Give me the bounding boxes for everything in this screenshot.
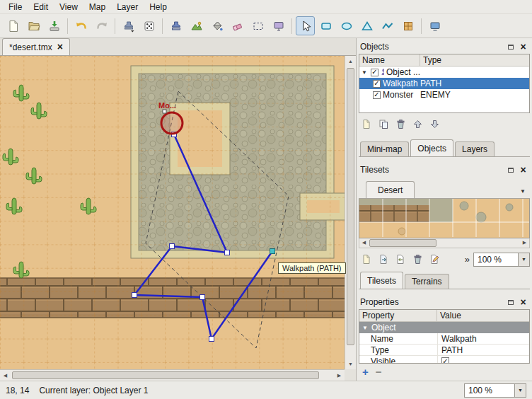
horizontal-scrollbar[interactable] bbox=[0, 369, 345, 381]
tab-minimap[interactable]: Mini-map bbox=[360, 141, 409, 156]
property-row-name[interactable]: Name Walkpath bbox=[359, 333, 529, 345]
eraser-icon bbox=[231, 20, 244, 33]
rect-select-button[interactable] bbox=[248, 16, 267, 35]
tab-objects[interactable]: Objects bbox=[410, 139, 453, 156]
open-button[interactable] bbox=[24, 16, 43, 35]
tilesets-close-button[interactable] bbox=[518, 165, 528, 175]
tileset-dropdown-icon[interactable] bbox=[516, 184, 530, 198]
properties-col-value[interactable]: Value bbox=[437, 310, 529, 321]
tileset-zoom-combo[interactable]: 100 % bbox=[473, 253, 530, 267]
property-row-type[interactable]: Type PATH bbox=[359, 345, 529, 356]
edit-polygons-button[interactable] bbox=[296, 16, 315, 35]
add-property-button[interactable]: + bbox=[362, 366, 369, 377]
tileset-scrollbar[interactable] bbox=[359, 238, 530, 248]
lower-object-button[interactable] bbox=[427, 116, 442, 132]
save-button[interactable] bbox=[45, 16, 64, 35]
zoom-combo[interactable]: 100 % bbox=[464, 383, 526, 398]
horizontal-scroll-thumb[interactable] bbox=[12, 371, 319, 379]
objects-col-name[interactable]: Name bbox=[359, 54, 420, 66]
tileset-scroll-thumb[interactable] bbox=[369, 239, 436, 247]
menu-map[interactable]: Map bbox=[83, 1, 111, 13]
delete-tileset-button[interactable] bbox=[410, 252, 425, 267]
new-tileset-button[interactable] bbox=[359, 252, 374, 267]
tab-terrains[interactable]: Terrains bbox=[405, 274, 449, 289]
vertical-scroll-thumb[interactable] bbox=[347, 68, 354, 345]
import-tileset-button[interactable] bbox=[376, 252, 391, 267]
property-group-object[interactable]: Object bbox=[359, 322, 529, 333]
duplicate-object-button[interactable] bbox=[376, 116, 391, 132]
object-layer-name: Object ... bbox=[386, 67, 420, 77]
combo-dropdown-icon[interactable] bbox=[514, 384, 526, 397]
group-expander-icon[interactable] bbox=[362, 325, 368, 331]
map-view[interactable]: Mo... Walkpath (PATH) bbox=[0, 56, 356, 381]
tileset-view[interactable] bbox=[359, 199, 530, 238]
scroll-left-icon[interactable] bbox=[0, 370, 11, 381]
insert-polygon-button[interactable] bbox=[357, 16, 376, 35]
delete-object-button[interactable] bbox=[393, 116, 408, 132]
scroll-right-icon[interactable] bbox=[520, 238, 529, 247]
objects-dock-title: Objects bbox=[360, 42, 503, 52]
property-value[interactable]: Walkpath bbox=[437, 333, 529, 344]
stamp-menu-button[interactable] bbox=[119, 16, 138, 35]
new-map-button[interactable] bbox=[4, 16, 23, 35]
tab-layers[interactable]: Layers bbox=[455, 141, 495, 156]
export-tileset-button[interactable] bbox=[393, 252, 408, 267]
tilesets-float-button[interactable] bbox=[505, 165, 516, 175]
property-key: Name bbox=[359, 334, 437, 344]
object-handle[interactable] bbox=[163, 110, 166, 113]
insert-tile-button[interactable] bbox=[398, 16, 417, 35]
layer-visible-checkbox[interactable] bbox=[371, 69, 378, 76]
tab-close-icon[interactable] bbox=[57, 42, 63, 52]
menu-file[interactable]: File bbox=[3, 1, 28, 13]
objects-col-type[interactable]: Type bbox=[420, 54, 529, 66]
object-layer-row[interactable]: Object ... bbox=[359, 66, 529, 78]
eraser-button[interactable] bbox=[228, 16, 247, 35]
document-tab[interactable]: *desert.tmx bbox=[2, 38, 70, 55]
menu-help[interactable]: Help bbox=[144, 1, 173, 13]
insert-ellipse-button[interactable] bbox=[337, 16, 356, 35]
tab-tilesets[interactable]: Tilesets bbox=[360, 272, 403, 289]
terrain-brush-button[interactable] bbox=[187, 16, 206, 35]
tileset-image[interactable] bbox=[359, 199, 530, 237]
combo-dropdown-icon[interactable] bbox=[518, 253, 529, 266]
add-object-button[interactable] bbox=[359, 116, 374, 132]
vertical-scrollbar[interactable] bbox=[345, 56, 356, 369]
properties-close-button[interactable] bbox=[518, 297, 528, 308]
object-tooltip: Walkpath (PATH) bbox=[278, 262, 346, 274]
remove-property-button[interactable]: − bbox=[376, 366, 382, 377]
objects-float-button[interactable] bbox=[505, 42, 516, 52]
visible-checkbox[interactable] bbox=[441, 357, 449, 364]
scroll-left-icon[interactable] bbox=[359, 238, 369, 247]
bucket-fill-button[interactable] bbox=[207, 16, 226, 35]
scroll-right-icon[interactable] bbox=[334, 370, 345, 381]
monster-row[interactable]: Monster ENEMY bbox=[359, 89, 529, 100]
property-row-visible[interactable]: Visible bbox=[359, 356, 529, 364]
property-value[interactable]: PATH bbox=[437, 345, 529, 355]
insert-rectangle-button[interactable] bbox=[316, 16, 335, 35]
scroll-up-icon[interactable] bbox=[345, 56, 356, 66]
scroll-down-icon[interactable] bbox=[345, 359, 356, 369]
expander-icon[interactable] bbox=[362, 69, 369, 76]
walkpath-row[interactable]: Walkpath PATH bbox=[359, 78, 529, 89]
tileset-tab-desert[interactable]: Desert bbox=[366, 181, 415, 198]
raise-object-button[interactable] bbox=[410, 116, 425, 132]
random-mode-button[interactable] bbox=[139, 16, 158, 35]
magic-wand-button[interactable] bbox=[269, 16, 288, 35]
monster-visible-checkbox[interactable] bbox=[373, 91, 381, 99]
properties-float-button[interactable] bbox=[505, 297, 516, 308]
properties-col-property[interactable]: Property bbox=[359, 310, 437, 321]
stamp-brush-button[interactable] bbox=[166, 16, 185, 35]
menu-layer[interactable]: Layer bbox=[111, 1, 144, 13]
objects-close-button[interactable] bbox=[518, 42, 528, 52]
edit-tileset-button[interactable] bbox=[427, 252, 442, 267]
map-canvas[interactable]: Mo... bbox=[0, 56, 345, 369]
redo-button[interactable] bbox=[92, 16, 111, 35]
walkpath-visible-checkbox[interactable] bbox=[373, 80, 381, 88]
highlight-layer-button[interactable] bbox=[425, 16, 444, 35]
menu-edit[interactable]: Edit bbox=[28, 1, 54, 13]
undo-button[interactable] bbox=[71, 16, 91, 35]
menu-view[interactable]: View bbox=[54, 1, 83, 13]
insert-polyline-button[interactable] bbox=[378, 16, 397, 35]
toolbar-overflow-chevron[interactable]: » bbox=[463, 254, 472, 265]
float-icon bbox=[508, 168, 514, 173]
